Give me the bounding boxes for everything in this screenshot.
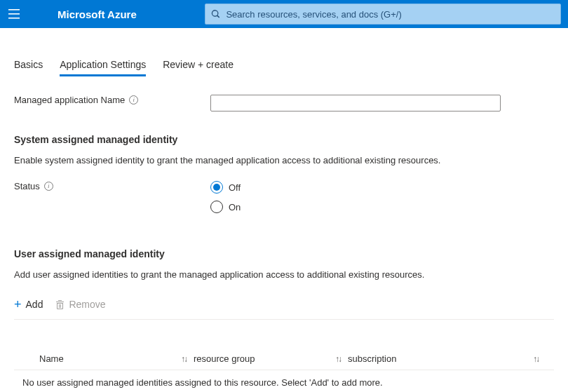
hamburger-menu-button[interactable]	[4, 4, 24, 24]
radio-icon	[210, 181, 223, 194]
top-bar: Microsoft Azure	[0, 0, 568, 28]
plus-icon: +	[14, 298, 22, 311]
identity-table: Name ↑↓ resource group ↑↓ subscription ↑…	[14, 348, 554, 392]
system-identity-heading: System assigned managed identity	[14, 134, 554, 145]
status-label: Status	[14, 181, 40, 191]
status-radio-group: Off On	[210, 181, 554, 213]
global-search[interactable]	[205, 4, 561, 25]
table-empty-message: No user assigned managed identities assi…	[14, 370, 554, 392]
svg-rect-2	[8, 18, 20, 19]
info-icon[interactable]: i	[44, 182, 53, 191]
status-on-label: On	[229, 202, 241, 212]
user-identity-heading: User assigned managed identity	[14, 248, 554, 259]
add-identity-button[interactable]: + Add	[14, 298, 43, 311]
system-identity-desc: Enable system assigned identity to grant…	[14, 155, 554, 165]
col-sub-label: subscription	[348, 353, 396, 364]
app-name-input[interactable]	[210, 95, 501, 111]
tab-review-create[interactable]: Review + create	[163, 55, 234, 76]
info-icon[interactable]: i	[129, 95, 138, 104]
page-content: Basics Application Settings Review + cre…	[0, 55, 568, 392]
table-header: Name ↑↓ resource group ↑↓ subscription ↑…	[14, 348, 554, 370]
app-name-row: Managed application Name i	[14, 95, 554, 111]
remove-label: Remove	[69, 299, 105, 310]
status-off-radio[interactable]: Off	[210, 181, 554, 194]
search-input[interactable]	[226, 9, 555, 20]
tab-application-settings[interactable]: Application Settings	[60, 55, 146, 76]
status-off-label: Off	[229, 182, 241, 193]
col-subscription-header[interactable]: subscription ↑↓	[348, 353, 546, 364]
tabs: Basics Application Settings Review + cre…	[14, 55, 554, 76]
col-name-header[interactable]: Name ↑↓	[39, 353, 194, 364]
hamburger-icon	[8, 9, 20, 19]
col-resource-group-header[interactable]: resource group ↑↓	[194, 353, 348, 364]
remove-identity-button: Remove	[55, 299, 105, 310]
app-name-label: Managed application Name	[14, 95, 125, 105]
brand-title: Microsoft Azure	[58, 8, 137, 20]
status-row: Status i Off On	[14, 181, 554, 213]
sort-icon: ↑↓	[335, 354, 341, 364]
col-name-label: Name	[39, 353, 64, 364]
tab-basics[interactable]: Basics	[14, 55, 43, 76]
svg-rect-1	[8, 13, 20, 15]
radio-icon	[210, 201, 223, 213]
sort-icon: ↑↓	[181, 354, 187, 364]
add-label: Add	[26, 299, 43, 310]
col-rg-label: resource group	[194, 353, 255, 364]
user-identity-desc: Add user assigned identities to grant th…	[14, 269, 554, 280]
svg-rect-0	[8, 9, 20, 11]
search-icon	[211, 9, 220, 19]
sort-icon: ↑↓	[533, 354, 539, 364]
identity-command-bar: + Add Remove	[14, 298, 554, 320]
trash-icon	[55, 299, 65, 309]
status-on-radio[interactable]: On	[210, 201, 554, 213]
